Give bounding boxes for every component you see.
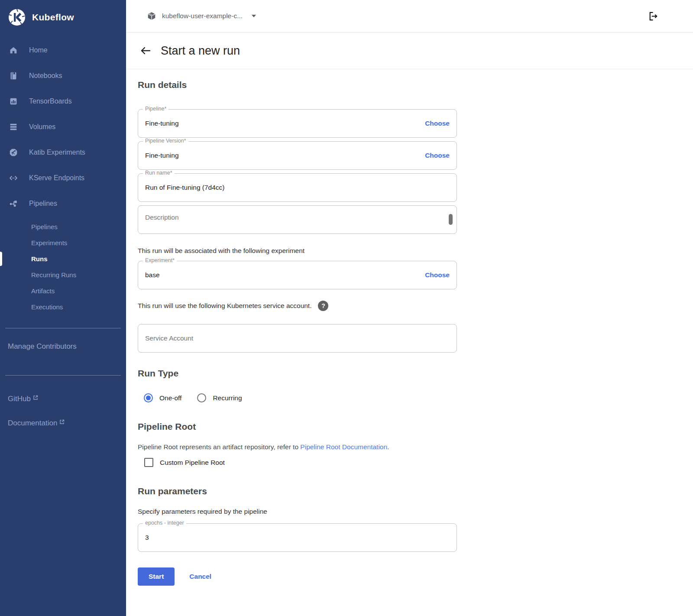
section-heading-pipeline-root: Pipeline Root	[138, 421, 469, 432]
sidebar-item-pipelines[interactable]: Pipelines	[0, 191, 126, 216]
run-name-field-label: Run name*	[143, 170, 175, 176]
sidebar: Kubeflow Home Notebooks TensorBoards	[0, 0, 126, 616]
sidebar-item-label: Katib Experiments	[29, 149, 85, 156]
pipeline-version-field-label: Pipeline Version*	[143, 138, 188, 144]
start-button[interactable]: Start	[138, 567, 175, 586]
service-account-input[interactable]	[145, 334, 450, 342]
run-form: Run details Pipeline* Choose Pipeline Ve…	[126, 69, 469, 586]
endpoints-icon	[9, 173, 18, 183]
sidebar-subitem-label: Executions	[31, 303, 63, 311]
sidebar-item-katib-experiments[interactable]: Katib Experiments	[0, 139, 126, 165]
radio-label: Recurring	[213, 394, 242, 402]
run-name-input[interactable]	[145, 184, 450, 191]
pipeline-root-text: Pipeline Root represents an artifact rep…	[138, 443, 300, 451]
notebook-icon	[9, 71, 18, 81]
epochs-field[interactable]: epochs - integer	[138, 523, 457, 552]
pipeline-version-choose-button[interactable]: Choose	[425, 152, 450, 159]
main-area: kubeflow-user-example-c... Start a new r…	[126, 0, 693, 616]
service-account-note-row: This run will use the following Kubernet…	[138, 301, 457, 311]
page-title: Start a new run	[161, 44, 240, 58]
sidebar-item-label: KServe Endpoints	[29, 174, 84, 182]
custom-pipeline-root-option[interactable]: Custom Pipeline Root	[144, 458, 469, 467]
sidebar-nav: Home Notebooks TensorBoards Volumes	[0, 37, 126, 315]
sidebar-item-label: TensorBoards	[29, 97, 72, 105]
namespace-label: kubeflow-user-example-c...	[162, 12, 243, 20]
pipeline-field[interactable]: Pipeline* Choose	[138, 109, 457, 138]
section-heading-run-details: Run details	[138, 80, 469, 90]
experiment-input[interactable]	[145, 271, 420, 279]
brand-name: Kubeflow	[32, 12, 74, 23]
pipeline-version-field[interactable]: Pipeline Version* Choose	[138, 141, 457, 170]
sidebar-item-label: Volumes	[29, 123, 55, 131]
logout-icon	[648, 10, 659, 22]
bar-chart-icon	[9, 97, 18, 106]
experiment-field-label: Experiment*	[143, 257, 177, 263]
sidebar-item-label: Pipelines	[29, 200, 57, 207]
pipeline-root-doc-link[interactable]: Pipeline Root Documentation	[300, 443, 387, 451]
sidebar-divider	[5, 375, 121, 376]
sidebar-subitem-label: Recurring Runs	[31, 271, 76, 279]
run-name-field[interactable]: Run name*	[138, 173, 457, 202]
sidebar-item-notebooks[interactable]: Notebooks	[0, 63, 126, 88]
pipeline-root-description: Pipeline Root represents an artifact rep…	[138, 443, 457, 451]
sidebar-subitem-executions[interactable]: Executions	[0, 299, 126, 315]
katib-icon	[9, 148, 18, 157]
sidebar-item-manage-contributors[interactable]: Manage Contributors	[0, 328, 126, 362]
textarea-resize-handle[interactable]	[449, 214, 453, 225]
experiment-note: This run will be associated with the fol…	[138, 247, 457, 255]
epochs-field-label: epochs - integer	[143, 520, 186, 526]
radio-label: One-off	[159, 394, 181, 402]
back-button[interactable]	[139, 45, 152, 57]
sidebar-link-documentation[interactable]: Documentation	[0, 419, 126, 428]
sidebar-item-volumes[interactable]: Volumes	[0, 114, 126, 139]
sidebar-subitem-pipelines[interactable]: Pipelines	[0, 219, 126, 235]
namespace-selector[interactable]: kubeflow-user-example-c...	[147, 11, 256, 21]
pipeline-field-label: Pipeline*	[143, 106, 168, 112]
description-input[interactable]	[145, 214, 450, 221]
logout-button[interactable]	[648, 10, 659, 22]
sidebar-subitem-label: Experiments	[31, 239, 67, 246]
experiment-field[interactable]: Experiment* Choose	[138, 261, 457, 289]
sidebar-subitem-label: Runs	[31, 255, 48, 263]
back-arrow-icon	[139, 45, 152, 57]
brand-home-link[interactable]: Kubeflow	[0, 0, 126, 31]
kubeflow-app: Kubeflow Home Notebooks TensorBoards	[0, 0, 693, 616]
experiment-choose-button[interactable]: Choose	[425, 271, 450, 279]
form-actions: Start Cancel	[138, 567, 469, 586]
pipeline-root-text-suffix: .	[387, 443, 389, 451]
service-account-note: This run will use the following Kubernet…	[138, 302, 311, 310]
run-type-option-recurring[interactable]: Recurring	[197, 393, 242, 402]
sidebar-subitem-artifacts[interactable]: Artifacts	[0, 283, 126, 299]
volumes-icon	[9, 122, 18, 132]
run-parameters-subtitle: Specify parameters required by the pipel…	[138, 508, 469, 515]
sidebar-item-label: Home	[29, 46, 48, 54]
service-account-field[interactable]	[138, 324, 457, 353]
sidebar-item-label: Notebooks	[29, 72, 62, 80]
help-icon[interactable]: ?	[318, 301, 328, 311]
chevron-down-icon	[252, 15, 256, 17]
pipeline-version-input[interactable]	[145, 152, 420, 159]
home-icon	[9, 45, 18, 55]
section-heading-run-type: Run Type	[138, 368, 469, 379]
topbar: kubeflow-user-example-c...	[126, 0, 693, 32]
sidebar-item-home[interactable]: Home	[0, 37, 126, 63]
run-type-option-one-off[interactable]: One-off	[144, 393, 181, 402]
sidebar-subitem-runs[interactable]: Runs	[0, 251, 126, 267]
sidebar-subitem-label: Pipelines	[31, 223, 58, 230]
cancel-button[interactable]: Cancel	[187, 572, 214, 581]
sidebar-subitem-experiments[interactable]: Experiments	[0, 235, 126, 251]
radio-icon	[144, 393, 153, 402]
pipeline-choose-button[interactable]: Choose	[425, 120, 450, 127]
sidebar-link-github[interactable]: GitHub	[0, 395, 126, 403]
pipeline-input[interactable]	[145, 120, 420, 127]
description-field[interactable]	[138, 205, 457, 234]
sidebar-link-label: GitHub	[8, 395, 31, 403]
sidebar-subitem-recurring-runs[interactable]: Recurring Runs	[0, 267, 126, 283]
sidebar-item-kserve-endpoints[interactable]: KServe Endpoints	[0, 165, 126, 191]
radio-icon	[197, 393, 206, 402]
active-indicator	[0, 252, 2, 266]
sidebar-item-tensorboards[interactable]: TensorBoards	[0, 88, 126, 114]
sidebar-link-label: Documentation	[8, 419, 57, 428]
epochs-input[interactable]	[145, 534, 450, 541]
package-icon	[147, 11, 156, 21]
